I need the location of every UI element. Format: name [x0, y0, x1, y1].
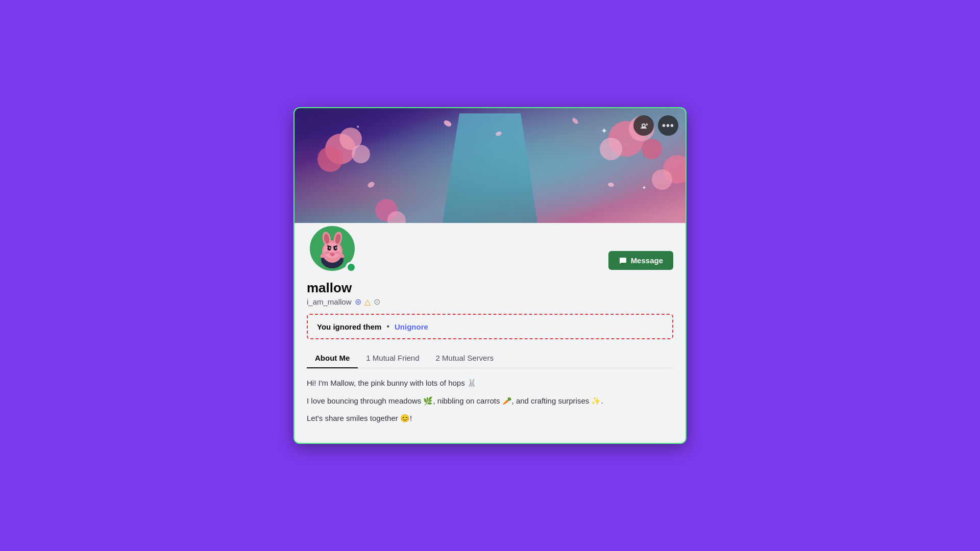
svg-point-36 [331, 254, 334, 257]
svg-point-37 [325, 251, 330, 254]
username-handle: i_am_mallow ⊛ △ ⊙ [307, 297, 673, 307]
bio-section: Hi! I'm Mallow, the pink bunny with lots… [307, 378, 673, 443]
avatar-wrapper [307, 223, 358, 274]
more-options-button[interactable]: ••• [658, 115, 678, 136]
profile-section: Message mallow i_am_mallow ⊛ △ ⊙ You ign… [295, 223, 685, 443]
svg-point-31 [335, 247, 336, 248]
badge-2: △ [364, 297, 371, 307]
display-name: mallow [307, 280, 673, 296]
profile-card: ✦ ✦ ✦ ••• [293, 107, 687, 444]
message-icon [619, 257, 627, 265]
bio-line-3: Let's share smiles together 😊! [307, 413, 673, 424]
bio-line-2: I love bouncing through meadows 🌿, nibbl… [307, 395, 673, 407]
svg-point-38 [335, 251, 340, 254]
add-friend-button[interactable] [633, 115, 654, 136]
separator: • [386, 322, 389, 331]
ignored-banner: You ignored them • Unignore [307, 314, 673, 339]
tab-mutual-servers[interactable]: 2 Mutual Servers [428, 348, 502, 368]
ignored-text: You ignored them [317, 322, 381, 331]
badge-1: ⊛ [355, 297, 361, 307]
avatar-row: Message [307, 223, 673, 274]
tab-about-me[interactable]: About Me [307, 348, 358, 368]
message-button[interactable]: Message [608, 251, 673, 270]
svg-point-30 [329, 247, 330, 248]
bio-line-1: Hi! I'm Mallow, the pink bunny with lots… [307, 378, 673, 389]
status-indicator [346, 262, 357, 273]
profile-tabs: About Me 1 Mutual Friend 2 Mutual Server… [307, 348, 673, 368]
tab-mutual-friend[interactable]: 1 Mutual Friend [358, 348, 427, 368]
more-options-icon: ••• [662, 120, 674, 132]
badge-3: ⊙ [374, 297, 380, 307]
banner-actions: ••• [633, 115, 678, 136]
unignore-link[interactable]: Unignore [395, 322, 428, 331]
